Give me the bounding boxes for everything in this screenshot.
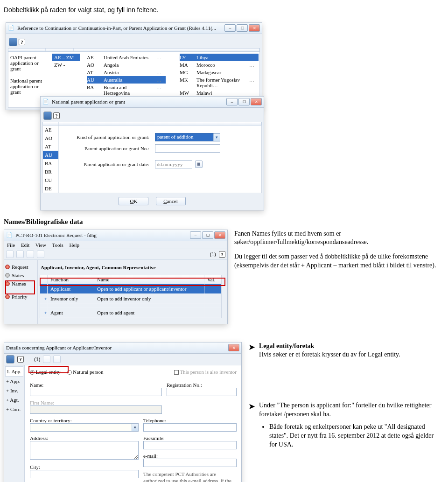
menu-view[interactable]: View [35,242,46,248]
country-code-row[interactable]: BA [43,159,58,168]
country-row[interactable]: AUAustralia… [87,76,166,84]
save-icon[interactable] [9,38,17,46]
addressbook-icon[interactable] [53,356,61,363]
nav-states[interactable]: States [12,272,24,278]
menu-edit[interactable]: Edit [21,242,29,248]
close-button[interactable] [214,231,225,239]
natural-person-radio[interactable] [67,370,72,375]
titlebar: 📄 Reference to Continuation or Continuat… [6,23,262,34]
tab-app[interactable]: 1. App. [5,366,23,377]
function-row[interactable]: +AgentOpen to add agent [40,308,221,318]
cancel-button[interactable]: Cancel [156,197,186,205]
nav-request[interactable]: Request [12,264,28,270]
tool-icon[interactable] [16,251,24,258]
help-icon[interactable]: ? [53,112,60,119]
menu-help[interactable]: Help [70,242,79,248]
legal-entity-radio[interactable] [30,370,35,375]
kind-dropdown[interactable]: patent of addition ▾ [155,133,220,141]
close-button[interactable] [228,344,239,351]
tab-add-agt[interactable]: + Agt. [5,395,23,405]
country-code-row[interactable]: CU [43,176,58,184]
grant-date-input[interactable] [155,160,192,168]
chevron-down-icon: ▾ [213,133,220,141]
ok-button[interactable]: OK [119,197,148,205]
country-row[interactable]: MGMadagascar [180,69,259,76]
nav-names[interactable]: Names [12,281,26,286]
menu-bar[interactable]: File Edit View Tools Help [4,241,227,249]
pointer-arrow-icon: ➤ [248,401,255,412]
name-label: Name: [30,378,162,388]
country-row[interactable]: AEUnited Arab Emirates… [87,54,166,61]
function-row[interactable] [40,304,221,308]
maximize-button[interactable] [237,24,248,32]
country-row[interactable]: MKThe former Yugoslav Republi…… [180,76,259,89]
kind-label: Kind of parent application or grant: [63,134,152,140]
name-input[interactable] [30,388,162,396]
country-list-right[interactable]: LYLibyaMAMorocco…MGMadagascarMKThe forme… [180,54,259,105]
page-instruction: Dobbeltklikk på raden for valgt stat, og… [4,6,437,15]
tool-icon[interactable] [6,251,14,258]
region-list[interactable]: AE – ZM ZW - [52,54,80,105]
tel-input[interactable] [143,423,237,432]
city-input[interactable] [30,470,139,478]
country-code-row[interactable]: AT [43,142,58,151]
country-list-left[interactable]: AEUnited Arab Emirates…AOAngolaATAustria… [87,54,166,105]
country-row[interactable]: LYLibya [180,54,259,61]
country-code-row[interactable]: BR [43,168,58,176]
help-icon[interactable]: ? [219,251,225,258]
continuation-dialog: 📄 Reference to Continuation or Continuat… [6,22,262,110]
save-icon[interactable] [43,112,52,120]
tab-add-corr[interactable]: + Corr. [5,405,23,414]
close-button[interactable] [249,24,260,32]
tool-icon[interactable] [27,251,34,258]
fax-label: Facsimile: [143,432,237,441]
save-icon[interactable] [6,355,14,363]
country-row[interactable]: ATAustria… [87,69,166,76]
help-icon[interactable]: ? [17,356,24,363]
window-title: Details concerning Applicant or Applican… [6,345,225,350]
applicant-heading: Applicant, Inventor, Agent, Common Repre… [40,263,224,272]
nav-priority[interactable]: Priority [12,294,28,300]
grant-no-input[interactable] [155,144,220,153]
pct-note: The competent PCT Authorities are author… [143,471,237,482]
doc-icon: 📄 [8,25,14,31]
applicant-for-annotation: Under "The person is applicant for:" for… [259,401,437,452]
fax-input[interactable] [143,441,237,449]
tool-icon[interactable] [37,251,44,258]
country-row[interactable]: AOAngola [87,61,166,69]
regno-input[interactable] [167,388,237,396]
calendar-icon[interactable]: ▦ [195,161,203,168]
region-row[interactable]: ZW - [52,61,80,69]
country-label: Country or territory: [30,414,139,423]
maximize-button[interactable] [202,231,213,239]
menu-file[interactable]: File [7,242,15,248]
maximize-button[interactable] [238,98,250,105]
country-dropdown[interactable]: ▾ [30,423,139,432]
function-row[interactable]: +ApplicantOpen to add applicant or appli… [40,284,221,294]
function-row[interactable]: +Inventor onlyOpen to add inventor only [40,294,221,304]
close-button[interactable] [251,98,262,105]
country-code-list[interactable]: AEAOATAUBABRCUDE [43,126,59,193]
country-code-row[interactable]: AO [43,134,58,142]
postal-label: Postal code: [30,478,139,482]
region-row[interactable]: AE – ZM [52,54,80,61]
country-row[interactable]: BABosnia and Herzegovina… [87,84,166,97]
country-code-row[interactable]: AE [43,126,58,134]
minimize-button[interactable] [224,24,236,32]
also-inventor-checkbox[interactable] [174,370,179,375]
person-icon[interactable] [43,356,50,363]
country-row[interactable]: MAMorocco… [180,61,259,69]
tab-add-inv[interactable]: + Inv. [5,386,23,395]
minimize-button[interactable] [190,231,201,239]
firstname-input [30,405,162,414]
minimize-button[interactable] [226,98,238,105]
country-code-row[interactable]: AU [43,151,58,159]
address-input[interactable] [30,441,139,460]
window-title: National parent application or grant [52,99,224,105]
country-code-row[interactable]: DE [43,184,58,193]
email-input[interactable] [143,459,237,467]
tab-add-app[interactable]: + App. [5,377,23,386]
country-row[interactable]: MWMalawi [180,89,259,97]
menu-tools[interactable]: Tools [52,242,63,248]
help-icon[interactable]: ? [19,39,25,45]
